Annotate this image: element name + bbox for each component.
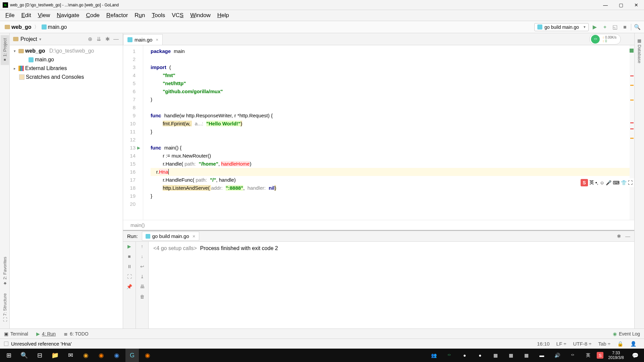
status-lock-icon[interactable]: 🔒 <box>614 341 627 347</box>
run-panel-tab[interactable]: go build main.go × <box>142 232 199 241</box>
ime-mic-icon[interactable]: 🎤 <box>606 180 611 185</box>
minimize-button[interactable]: — <box>598 0 613 10</box>
goland-icon[interactable]: G <box>125 349 139 362</box>
tray-icon[interactable]: ● <box>473 349 487 362</box>
close-icon[interactable]: × <box>193 233 196 239</box>
tool-tab-favorites[interactable]: ★ 2: Favorites <box>1 254 9 289</box>
hide-icon[interactable]: — <box>113 36 119 43</box>
up-button[interactable]: ↑ <box>141 244 143 249</box>
tray-icon[interactable]: ▦ <box>489 349 502 362</box>
rerun-button[interactable]: ▶ <box>127 244 131 249</box>
clear-button[interactable]: 🗑 <box>140 294 145 299</box>
ime-lang[interactable]: 英 <box>589 180 594 186</box>
chevron-down-icon[interactable]: ▾ <box>39 37 41 42</box>
run-gutter-icon[interactable]: ▶ <box>137 144 140 152</box>
pause-button[interactable]: ⏸ <box>127 264 132 269</box>
tray-ime-icon[interactable]: 英 <box>581 349 595 362</box>
pin-button[interactable]: 📌 <box>126 284 132 289</box>
tray-icon[interactable]: ▦ <box>520 349 533 362</box>
project-panel-title[interactable]: Project <box>20 36 37 42</box>
tray-icon[interactable]: ● <box>458 349 471 362</box>
action-center-icon[interactable]: 💬 <box>629 349 642 362</box>
tool-tab-run[interactable]: ▶ 4: Run <box>36 331 56 337</box>
maximize-button[interactable]: ▢ <box>613 0 629 10</box>
menu-tools[interactable]: Tools <box>149 11 169 20</box>
error-stripe[interactable] <box>630 45 634 220</box>
debug-button[interactable]: ⌖ <box>601 23 609 31</box>
print-button[interactable]: 🖶 <box>140 284 145 289</box>
tray-icon[interactable]: ▦ <box>504 349 518 362</box>
tool-tab-terminal[interactable]: ▣ Terminal <box>4 331 28 337</box>
tool-tab-structure[interactable]: ⛶ 7: Structure <box>1 290 9 324</box>
tree-root[interactable]: ▾ web_go D:\go_test\web_go <box>10 47 123 55</box>
ime-tools-icon[interactable]: ⛶ <box>628 180 633 185</box>
menu-navigate[interactable]: Navigate <box>53 11 83 20</box>
close-button[interactable]: ✕ <box>629 0 644 10</box>
ime-emoji-icon[interactable]: ☺ <box>600 180 604 185</box>
scroll-button[interactable]: ⤓ <box>140 274 144 279</box>
code-content[interactable]: package main import ( "fmt" "net/http" "… <box>143 45 634 220</box>
ime-keyboard-icon[interactable]: ⌨ <box>613 180 620 185</box>
start-button[interactable]: ⊞ <box>2 349 15 362</box>
mail-icon[interactable]: ✉ <box>64 349 77 362</box>
ime-logo-icon[interactable]: S <box>581 179 588 186</box>
editor-tab-main[interactable]: main.go × <box>123 34 163 45</box>
stop-button[interactable]: ■ <box>621 23 629 31</box>
settings-icon[interactable]: ✱ <box>104 36 111 43</box>
coverage-button[interactable]: ◱ <box>611 23 619 31</box>
editor-breadcrumb[interactable]: main() <box>123 220 634 230</box>
tray-volume-icon[interactable]: 🔊 <box>550 349 564 362</box>
tree-external-libraries[interactable]: ▸ External Libraries <box>10 64 123 73</box>
menu-vcs[interactable]: VCS <box>168 11 187 20</box>
menu-refactor[interactable]: Refactor <box>103 11 131 20</box>
code-editor[interactable]: 12345678910111213▶14151617181920 package… <box>123 45 634 220</box>
search-button[interactable]: 🔍 <box>17 349 31 362</box>
firefox-icon[interactable]: ◉ <box>95 349 108 362</box>
chevron-down-icon[interactable]: ▾ <box>12 49 17 53</box>
menu-code[interactable]: Code <box>83 11 103 20</box>
taskbar-clock[interactable]: 7:33 2019/3/8 <box>605 351 627 360</box>
menu-file[interactable]: File <box>2 11 18 20</box>
console-fold[interactable]: <4 go setup calls> <box>153 245 197 251</box>
tray-battery-icon[interactable]: ▬ <box>535 349 548 362</box>
tool-tab-todo[interactable]: ≣ 6: TODO <box>64 331 89 337</box>
ime-toolbar[interactable]: S 英 •, ☺ 🎤 ⌨ 👕 ⛶ <box>579 178 634 187</box>
collapse-icon[interactable]: ⇊ <box>95 36 102 43</box>
status-icon[interactable] <box>4 342 8 346</box>
tool-tab-eventlog[interactable]: ◉ Event Log <box>613 331 640 337</box>
layout-button[interactable]: ⛶ <box>127 274 132 279</box>
breadcrumb-project[interactable]: web_go <box>3 23 34 31</box>
search-everywhere-button[interactable]: 🔍 <box>633 23 641 31</box>
down-button[interactable]: ↓ <box>141 254 143 259</box>
menu-edit[interactable]: Edit <box>18 11 34 20</box>
tree-scratches[interactable]: Scratches and Consoles <box>10 73 123 81</box>
status-position[interactable]: 16:10 <box>534 341 553 347</box>
tray-people-icon[interactable]: 👥 <box>427 349 440 362</box>
tray-network-icon[interactable]: ⌔ <box>566 349 579 362</box>
menu-help[interactable]: Help <box>214 11 232 20</box>
status-inspect-icon[interactable]: 👤 <box>627 341 640 347</box>
hide-icon[interactable]: — <box>625 233 630 239</box>
explorer-icon[interactable]: 📁 <box>48 349 62 362</box>
tool-tab-database[interactable]: ▦ Database <box>635 35 644 66</box>
app-icon[interactable]: ◉ <box>141 349 154 362</box>
console-output[interactable]: <4 go setup calls> Process finished with… <box>149 242 634 328</box>
status-indent[interactable]: Tab ÷ <box>595 341 614 347</box>
settings-icon[interactable]: ✱ <box>617 233 621 239</box>
tree-file[interactable]: main.go <box>10 55 123 64</box>
menu-view[interactable]: View <box>35 11 54 20</box>
breadcrumb-file[interactable]: main.go <box>40 23 69 31</box>
close-icon[interactable]: × <box>156 37 158 42</box>
run-button[interactable]: ▶ <box>591 23 599 31</box>
tray-sogou-icon[interactable]: S <box>597 352 603 359</box>
chevron-right-icon[interactable]: ▸ <box>12 66 17 71</box>
wrap-button[interactable]: ↩ <box>140 264 144 269</box>
locate-icon[interactable]: ⊕ <box>87 36 93 43</box>
edge-icon[interactable]: ◉ <box>110 349 123 362</box>
menu-run[interactable]: Run <box>131 11 148 20</box>
taskview-button[interactable]: ⊟ <box>33 349 46 362</box>
tray-wifi-icon[interactable]: ⌔ <box>442 349 456 362</box>
status-line-ending[interactable]: LF ÷ <box>553 341 570 347</box>
tool-tab-project[interactable]: ■ 1: Project <box>1 35 9 65</box>
status-encoding[interactable]: UTF-8 ÷ <box>570 341 595 347</box>
